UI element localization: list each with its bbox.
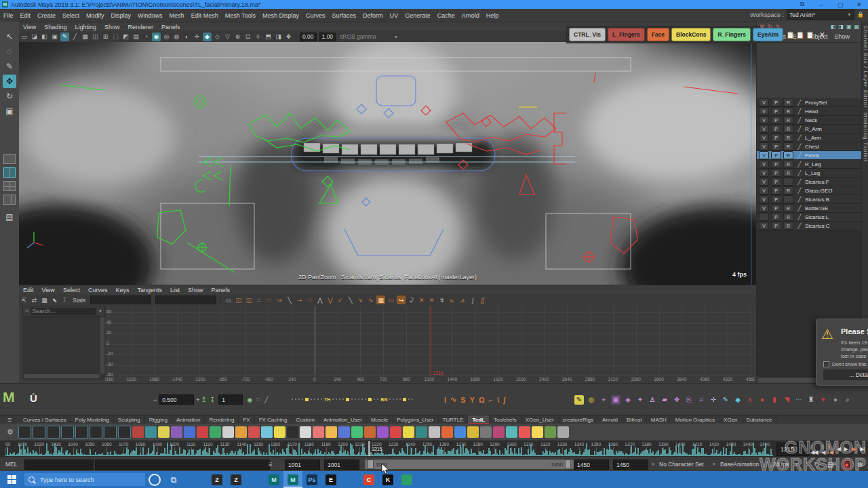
range-slider[interactable]: 1001 1450 — [365, 460, 574, 469]
viewport-tool-icon[interactable]: ⊡ — [243, 33, 252, 41]
tangent-type-button[interactable]: \ — [497, 396, 499, 404]
layer-row[interactable]: V P ╱ Sicarius:B — [757, 195, 862, 204]
speed-minus-button[interactable]: − — [153, 396, 157, 403]
shelf-button[interactable] — [480, 426, 492, 438]
viewport-tool-icon[interactable]: ╱ — [71, 33, 79, 41]
gamma-field[interactable]: 1.00 — [319, 33, 336, 41]
lock-icon[interactable]: 🔒 — [857, 12, 864, 18]
animbot-tool-icon[interactable]: ♥ — [818, 395, 828, 405]
taskbar-app-icon[interactable]: C — [359, 471, 378, 488]
graph-tangent-icon[interactable]: ∷ — [305, 296, 314, 304]
graph-tangent-icon[interactable]: ↯ — [437, 296, 446, 304]
shelf-button[interactable] — [18, 426, 31, 439]
tool-button[interactable]: ↖ — [3, 30, 16, 43]
close-icon[interactable]: ✕ — [819, 30, 825, 39]
nudge-up-icon[interactable]: ↥ — [201, 396, 207, 403]
graph-tangent-icon[interactable]: ▭ — [224, 296, 233, 304]
chevron-down-icon[interactable]: ▼ — [651, 460, 655, 469]
layer-visibility-toggle[interactable]: V — [759, 151, 769, 159]
layout-two-pane-button[interactable] — [3, 167, 16, 178]
menu-item[interactable]: Mesh Tools — [222, 12, 259, 19]
menu-item[interactable]: Mesh — [166, 12, 188, 19]
shelf-button[interactable] — [557, 426, 569, 438]
layer-reference-toggle[interactable]: R — [783, 160, 793, 168]
viewport-tool-icon[interactable]: ◆ — [203, 33, 212, 41]
graph-menu-item[interactable]: Tangents — [133, 287, 166, 293]
viewport-tool-icon[interactable]: ▽ — [223, 33, 232, 41]
tangent-type-button[interactable]: Y — [470, 396, 475, 404]
script-editor-icon[interactable]: ⌸ — [269, 460, 272, 469]
tab-modeling-toolkit[interactable]: Modeling Toolkit — [863, 113, 868, 162]
taskbar-search[interactable] — [24, 473, 145, 486]
taskbar-app-icon[interactable]: M — [283, 471, 302, 488]
layer-playback-toggle[interactable]: P — [771, 107, 781, 115]
shelf-button[interactable] — [313, 426, 324, 438]
graph-tangent-icon[interactable]: ∵ — [264, 296, 273, 304]
playback-button[interactable]: ▶| — [858, 443, 866, 455]
character-set-dropdown[interactable]: No Character Set — [659, 460, 704, 469]
menu-item[interactable]: Windows — [134, 12, 166, 19]
workspace-dropdown[interactable]: Ted Anim* ▼ — [787, 9, 854, 20]
layer-visibility-toggle[interactable]: V — [759, 134, 769, 142]
playback-button[interactable]: |◀ — [827, 443, 834, 455]
layer-reference-toggle[interactable] — [783, 178, 793, 186]
layer-reference-toggle[interactable]: R — [783, 204, 793, 212]
range-handle-right[interactable] — [565, 460, 571, 469]
menu-item[interactable]: Generate — [401, 12, 434, 19]
dont-show-again-checkbox[interactable]: Don't show this aga — [823, 361, 868, 367]
panel-menu-item[interactable]: Panels — [157, 24, 184, 30]
shelf-button[interactable] — [248, 426, 260, 438]
graph-tangent-icon[interactable]: ↝ — [275, 296, 283, 304]
panel-menu-item[interactable]: Show — [100, 24, 124, 30]
picker-button[interactable]: BlockCons — [671, 28, 711, 41]
tool-button[interactable]: ↻ — [3, 89, 16, 103]
viewport-tool-icon[interactable]: ▦ — [81, 33, 90, 41]
shelf-button[interactable] — [274, 426, 285, 438]
animbot-tool-icon[interactable]: ● — [831, 395, 840, 405]
start-button[interactable] — [0, 471, 23, 488]
taskbar-app-icon[interactable]: E — [321, 471, 340, 488]
tool-button[interactable]: ✥ — [3, 75, 16, 88]
layer-reference-toggle[interactable]: R — [783, 125, 793, 133]
layer-row[interactable]: V P R ╱ Neck — [757, 116, 862, 125]
current-frame-field[interactable]: 1215 — [776, 443, 810, 456]
layer-visibility-toggle[interactable]: V — [759, 125, 769, 133]
graph-tangent-icon[interactable]: ∨ — [356, 296, 365, 304]
graph-menu-item[interactable]: Edit — [19, 287, 38, 293]
menu-item[interactable]: UV — [387, 12, 402, 19]
shelf-button[interactable] — [467, 426, 479, 438]
graph-tangent-icon[interactable]: ◫ — [234, 296, 243, 304]
shelf-button[interactable] — [235, 426, 247, 438]
viewport-tool-icon[interactable]: ◨ — [274, 33, 283, 41]
cortana-button[interactable] — [145, 471, 164, 488]
layer-row[interactable]: V P R ╱ R_Leg — [757, 160, 862, 169]
tangent-type-button[interactable]: Ω — [479, 396, 485, 404]
layer-reference-toggle[interactable]: R — [783, 116, 793, 124]
menu-item[interactable]: Deform — [359, 12, 387, 19]
viewport-tool-icon[interactable]: ✎ — [60, 33, 69, 41]
shelf-menu-icon[interactable]: ☰ — [7, 418, 12, 423]
graph-menu-item[interactable]: Panels — [207, 287, 234, 293]
shelf-button[interactable] — [377, 426, 389, 438]
playback-end-field[interactable]: 1450 — [574, 460, 609, 470]
viewport-tool-icon[interactable]: ⊞ — [101, 33, 110, 41]
shelf-button[interactable] — [118, 426, 131, 439]
shelf-button[interactable] — [222, 426, 234, 438]
animbot-tool-icon[interactable]: ⌕ — [843, 395, 852, 405]
layer-reference-toggle[interactable] — [783, 195, 793, 203]
playback-button[interactable]: ◀ — [835, 443, 842, 455]
layer-visibility-toggle[interactable]: V — [759, 195, 769, 203]
layer-row[interactable]: V P R ╱ Head — [757, 107, 862, 116]
layer-playback-toggle[interactable]: P — [771, 169, 781, 177]
tool-button[interactable]: ▣ — [3, 104, 16, 118]
animbot-tool-icon[interactable]: ⎘ — [684, 395, 694, 405]
shelf-button[interactable] — [184, 426, 195, 438]
shelf-button[interactable] — [364, 426, 376, 438]
layout-four-pane-button[interactable] — [3, 181, 16, 191]
layer-visibility-toggle[interactable]: V — [759, 222, 769, 230]
playback-button[interactable]: |◀◀ — [808, 443, 819, 455]
menu-item[interactable]: File — [0, 12, 17, 19]
panel-menu-item[interactable]: Renderer — [123, 24, 157, 30]
taskbar-app-icon[interactable] — [189, 471, 208, 488]
taskbar-app-icon[interactable]: M — [264, 471, 283, 488]
